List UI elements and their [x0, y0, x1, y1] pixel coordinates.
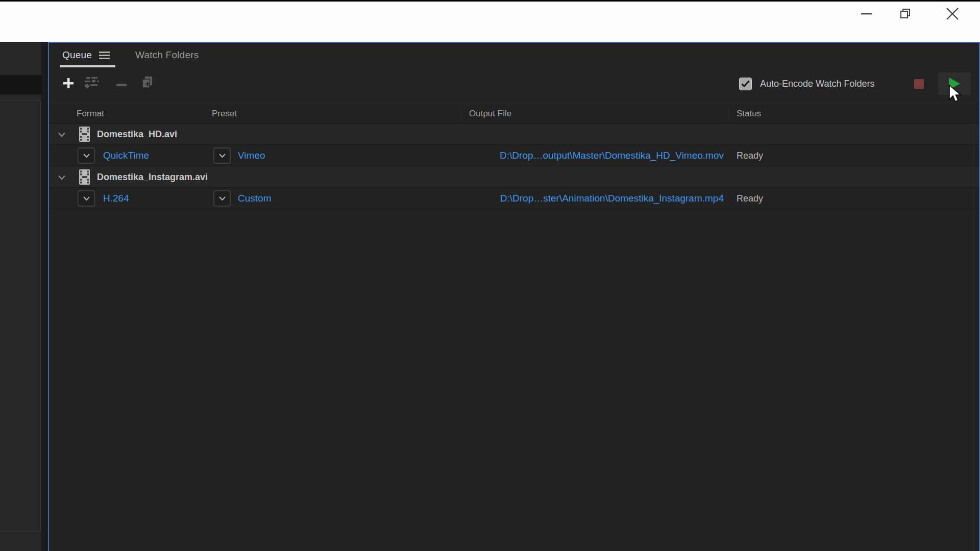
source-file-name: Domestika_HD.avi: [97, 123, 177, 145]
active-tab-underline: [60, 65, 115, 67]
source-group-row[interactable]: Domestika_HD.avi: [49, 123, 979, 145]
add-preset-button[interactable]: [83, 74, 101, 93]
output-file-link[interactable]: D:\Drop…ster\Animation\Domestika_Instagr…: [469, 188, 724, 209]
preset-link[interactable]: Custom: [238, 188, 271, 209]
queue-table-header: Format Preset Output File Status: [49, 104, 979, 123]
output-row[interactable]: H.264 Custom D:\Drop…ster\Animation\Dome…: [49, 188, 979, 209]
scrollbar-track[interactable]: [973, 123, 974, 551]
duplicate-icon: [141, 76, 155, 91]
stop-queue-button[interactable]: [910, 74, 928, 93]
sliders-plus-icon: [84, 77, 100, 91]
tab-queue-label: Queue: [62, 49, 92, 61]
column-header-format: Format: [77, 104, 104, 123]
panel-menu-icon[interactable]: [99, 52, 110, 59]
tab-queue[interactable]: Queue: [62, 43, 110, 67]
queue-rows: Domestika_HD.avi QuickTime Vimeo D:\Drop…: [49, 123, 979, 209]
tab-watch-folders-label: Watch Folders: [135, 49, 199, 61]
preset-dropdown-button[interactable]: [213, 190, 231, 207]
format-dropdown-button[interactable]: [78, 190, 95, 207]
queue-panel: Queue Watch Folders: [48, 42, 980, 551]
preset-link[interactable]: Vimeo: [238, 145, 265, 166]
stop-icon: [914, 79, 924, 89]
start-queue-button[interactable]: [938, 72, 971, 95]
auto-encode-label: Auto-Encode Watch Folders: [760, 79, 874, 89]
output-file-link[interactable]: D:\Drop…output\Master\Domestika_HD_Vimeo…: [469, 145, 724, 166]
close-icon: [946, 7, 959, 20]
add-source-button[interactable]: [59, 74, 78, 93]
remove-button[interactable]: [112, 74, 131, 93]
checkbox-checked-icon: [739, 78, 752, 90]
status-text: Ready: [737, 145, 763, 166]
filmstrip-icon: [79, 169, 90, 187]
collapse-chevron-icon[interactable]: [58, 131, 66, 140]
column-header-status: Status: [737, 104, 761, 123]
format-link[interactable]: QuickTime: [103, 145, 149, 166]
column-divider: [728, 107, 729, 120]
column-header-output-file: Output File: [469, 104, 511, 123]
source-file-name: Domestika_Instagram.avi: [97, 166, 208, 188]
status-text: Ready: [737, 188, 763, 209]
queue-toolbar: Auto-Encode Watch Folders: [49, 71, 979, 96]
sliver-outlined-box: [0, 100, 41, 532]
minimize-icon: [861, 13, 872, 15]
format-dropdown-button[interactable]: [78, 147, 95, 164]
column-header-preset: Preset: [212, 104, 237, 123]
panel-tabs-bar: Queue Watch Folders: [49, 43, 979, 69]
filmstrip-icon: [79, 127, 90, 144]
left-panel-sliver: [0, 42, 41, 551]
restore-button[interactable]: [892, 2, 919, 26]
sliver-dark-box: [0, 75, 42, 94]
column-divider: [460, 107, 461, 120]
auto-encode-watch-folders-checkbox[interactable]: Auto-Encode Watch Folders: [739, 74, 874, 93]
output-row[interactable]: QuickTime Vimeo D:\Drop…output\Master\Do…: [49, 145, 979, 166]
minus-icon: [116, 80, 127, 88]
preset-dropdown-button[interactable]: [213, 147, 231, 164]
play-icon: [949, 78, 960, 90]
source-group-row[interactable]: Domestika_Instagram.avi: [49, 166, 979, 188]
duplicate-button[interactable]: [139, 74, 157, 93]
format-link[interactable]: H.264: [103, 188, 129, 209]
collapse-chevron-icon[interactable]: [58, 173, 66, 183]
titlebar: [0, 2, 980, 42]
tab-watch-folders[interactable]: Watch Folders: [135, 43, 199, 67]
top-edge-strip: [0, 0, 980, 2]
minimize-button[interactable]: [853, 2, 880, 26]
plus-icon: [63, 78, 74, 90]
close-button[interactable]: [939, 2, 966, 26]
restore-icon: [899, 8, 912, 20]
empty-queue-area: [49, 209, 979, 551]
